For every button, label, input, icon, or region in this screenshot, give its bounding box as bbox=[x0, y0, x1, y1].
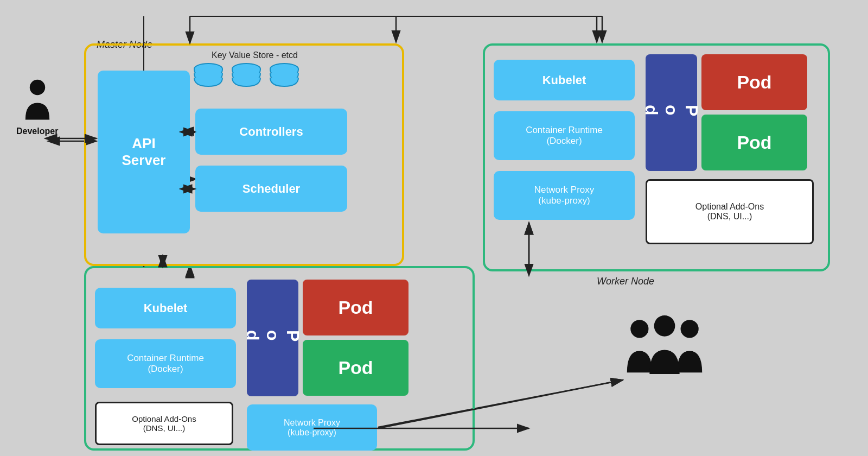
svg-point-5 bbox=[29, 80, 44, 95]
scheduler-block: Scheduler bbox=[195, 166, 347, 212]
kubelet-tr-label: Kubelet bbox=[542, 73, 586, 87]
kubelet-bl-block: Kubelet bbox=[95, 288, 236, 328]
container-runtime-tr-label: Container Runtime(Docker) bbox=[526, 125, 603, 147]
pod-blue-bl: Pod bbox=[247, 280, 298, 396]
controllers-block: Controllers bbox=[195, 109, 347, 155]
pod-blue-bl-label: Pod bbox=[242, 330, 303, 346]
pod-green-tr: Pod bbox=[701, 115, 807, 170]
pod-green-tr-label: Pod bbox=[737, 132, 771, 153]
optional-addons-tr-block: Optional Add-Ons (DNS, UI...) bbox=[646, 179, 814, 244]
network-proxy-tr-block: Network Proxy(kube-proxy) bbox=[494, 171, 635, 220]
pod-green-bl: Pod bbox=[303, 340, 409, 396]
etcd-icons bbox=[193, 62, 300, 91]
svg-point-7 bbox=[681, 320, 699, 338]
pod-stack-bl: Pod Pod bbox=[303, 280, 409, 399]
pod-blue-tr-label: Pod bbox=[641, 105, 701, 121]
users-icon bbox=[624, 315, 705, 380]
kubelet-bl-label: Kubelet bbox=[144, 301, 188, 315]
svg-point-8 bbox=[654, 315, 675, 337]
pod-stack-tr: Pod Pod bbox=[701, 54, 807, 174]
optional-addons-tr-line1: Optional Add-Ons bbox=[695, 202, 764, 212]
pod-red-tr-label: Pod bbox=[737, 72, 771, 93]
api-server-block: APIServer bbox=[98, 71, 190, 233]
container-runtime-bl-block: Container Runtime(Docker) bbox=[95, 339, 236, 388]
svg-point-6 bbox=[630, 320, 648, 338]
pod-container-bl: Pod Pod Pod bbox=[247, 280, 415, 399]
network-proxy-tr-label: Network Proxy(kube-proxy) bbox=[534, 185, 595, 206]
optional-addons-bl-line1: Optional Add-Ons bbox=[132, 414, 196, 423]
pod-container-tr: Pod Pod Pod bbox=[646, 54, 814, 174]
pod-blue-tr: Pod bbox=[646, 54, 697, 171]
users-figure bbox=[624, 315, 705, 380]
developer-label: Developer bbox=[16, 126, 58, 136]
optional-addons-bl-line2: (DNS, UI...) bbox=[143, 423, 186, 433]
network-proxy-bl-block: Network Proxy(kube-proxy) bbox=[247, 404, 377, 451]
api-server-label: APIServer bbox=[122, 135, 166, 169]
controllers-label: Controllers bbox=[239, 125, 303, 139]
pod-red-bl-label: Pod bbox=[338, 297, 373, 318]
optional-addons-tr-line2: (DNS, UI...) bbox=[707, 212, 752, 221]
container-runtime-bl-label: Container Runtime(Docker) bbox=[127, 353, 204, 375]
pod-green-bl-label: Pod bbox=[338, 357, 373, 378]
optional-addons-bl-block: Optional Add-Ons (DNS, UI...) bbox=[95, 402, 233, 445]
network-proxy-bl-label: Network Proxy(kube-proxy) bbox=[284, 418, 340, 438]
etcd-label: Key Value Store - etcd bbox=[212, 50, 298, 60]
db-icon-2 bbox=[231, 62, 262, 91]
diagram-container: Master Node APIServer Key Value Store - … bbox=[0, 0, 868, 456]
db-icon-3 bbox=[269, 62, 300, 91]
kubelet-tr-block: Kubelet bbox=[494, 60, 635, 100]
pod-red-tr: Pod bbox=[701, 54, 807, 110]
db-icon-1 bbox=[193, 62, 224, 91]
container-runtime-tr-block: Container Runtime(Docker) bbox=[494, 111, 635, 160]
worker-node-label: Worker Node bbox=[597, 276, 654, 287]
scheduler-label: Scheduler bbox=[242, 182, 300, 196]
developer-figure: Developer bbox=[16, 79, 58, 136]
developer-icon bbox=[18, 79, 56, 122]
pod-red-bl: Pod bbox=[303, 280, 409, 335]
